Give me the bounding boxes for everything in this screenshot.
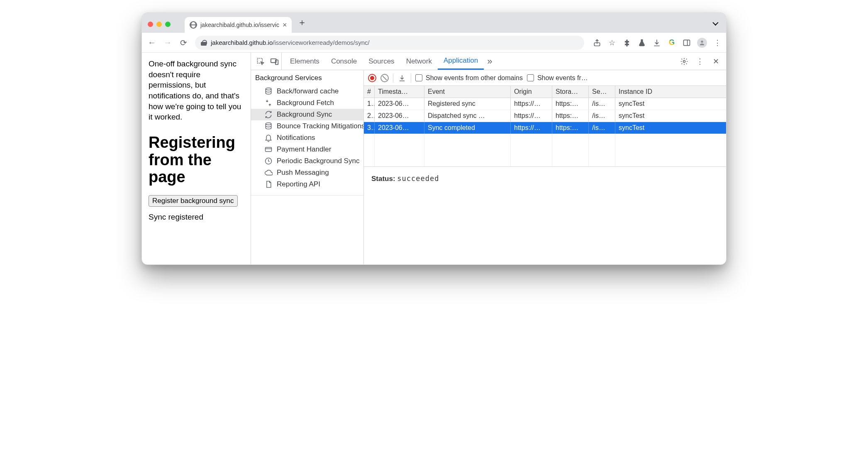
globe-icon bbox=[190, 21, 197, 29]
back-button[interactable]: ← bbox=[146, 38, 158, 47]
clock-icon bbox=[264, 157, 273, 165]
col-event[interactable]: Event bbox=[424, 86, 511, 98]
intro-text: One-off background sync doesn't require … bbox=[149, 59, 244, 122]
sidebar-item-periodic-background-sync[interactable]: Periodic Background Sync bbox=[251, 155, 363, 167]
tab-strip: jakearchibald.github.io/isservic × ＋ bbox=[142, 13, 726, 33]
events-table: # Timesta… Event Origin Stora… Se… Insta… bbox=[364, 86, 726, 167]
svg-rect-1 bbox=[684, 40, 690, 45]
save-events-icon[interactable] bbox=[397, 73, 407, 83]
devtools-tab-application[interactable]: Application bbox=[438, 53, 484, 70]
sidebar-item-notifications[interactable]: Notifications bbox=[251, 132, 363, 144]
file-icon bbox=[264, 180, 273, 188]
browser-window: jakearchibald.github.io/isservic × ＋ ← →… bbox=[141, 12, 727, 265]
col-timestamp[interactable]: Timesta… bbox=[375, 86, 424, 98]
show-events-checkbox-2[interactable]: Show events fr… bbox=[527, 74, 588, 82]
browser-tab[interactable]: jakearchibald.github.io/isservic × bbox=[185, 17, 292, 33]
show-other-domains-checkbox[interactable]: Show events from other domains bbox=[415, 74, 523, 82]
database-icon bbox=[264, 122, 273, 130]
tab-close-button[interactable]: × bbox=[283, 21, 287, 29]
maximize-window-button[interactable] bbox=[165, 22, 171, 27]
devtools-close-icon[interactable]: ✕ bbox=[708, 57, 724, 66]
svg-point-7 bbox=[683, 60, 685, 62]
record-icon[interactable] bbox=[368, 74, 376, 82]
devtools-tab-network[interactable]: Network bbox=[400, 53, 438, 70]
extensions-icon[interactable] bbox=[622, 38, 631, 47]
svg-rect-4 bbox=[258, 58, 263, 63]
status-label: Status: bbox=[371, 175, 395, 183]
table-row[interactable]: 2.2023-06…Dispatched sync …https://…http… bbox=[364, 110, 726, 122]
labs-icon[interactable] bbox=[637, 38, 646, 47]
col-storage[interactable]: Stora… bbox=[552, 86, 589, 98]
url-text: jakearchibald.github.io/isserviceworkerr… bbox=[211, 39, 370, 46]
sidebar-item-background-sync[interactable]: Background Sync bbox=[251, 109, 363, 120]
sidebar-group-title: Background Services bbox=[251, 70, 363, 86]
col-instance[interactable]: Instance ID bbox=[615, 86, 726, 98]
sidebar-item-reporting-api[interactable]: Reporting API bbox=[251, 179, 363, 190]
cloud-icon bbox=[264, 169, 273, 177]
minimize-window-button[interactable] bbox=[156, 22, 162, 27]
page-heading: Registering from the page bbox=[149, 134, 244, 186]
empty-rows bbox=[364, 134, 726, 166]
webpage-pane: One-off background sync doesn't require … bbox=[142, 53, 251, 264]
sidebar-item-background-fetch[interactable]: Background Fetch bbox=[251, 97, 363, 109]
google-account-icon[interactable]: G bbox=[667, 38, 676, 47]
col-scope[interactable]: Se… bbox=[589, 86, 615, 98]
toolbar-right: ☆ G ⋮ bbox=[592, 38, 722, 48]
separator bbox=[393, 73, 393, 83]
application-sidebar: Background Services Back/forward cacheBa… bbox=[251, 70, 364, 264]
events-toolbar: Show events from other domains Show even… bbox=[364, 70, 726, 86]
close-window-button[interactable] bbox=[148, 22, 153, 27]
card-icon bbox=[264, 145, 273, 154]
share-icon[interactable] bbox=[592, 38, 602, 47]
col-origin[interactable]: Origin bbox=[511, 86, 552, 98]
bell-icon bbox=[264, 134, 273, 142]
devtools-kebab-icon[interactable]: ⋮ bbox=[692, 57, 708, 66]
tab-title: jakearchibald.github.io/isservic bbox=[200, 22, 279, 28]
svg-point-3 bbox=[701, 40, 703, 42]
window-controls bbox=[148, 22, 171, 27]
reload-button[interactable]: ⟳ bbox=[178, 38, 189, 48]
devtools-tab-sources[interactable]: Sources bbox=[363, 53, 400, 70]
fetch-icon bbox=[264, 99, 273, 107]
sidebar-item-push-messaging[interactable]: Push Messaging bbox=[251, 167, 363, 179]
profile-avatar[interactable] bbox=[697, 38, 707, 48]
inspect-element-icon[interactable] bbox=[254, 53, 268, 70]
devtools-body: Background Services Back/forward cacheBa… bbox=[251, 70, 726, 264]
downloads-icon[interactable] bbox=[652, 38, 661, 47]
svg-point-8 bbox=[266, 88, 271, 90]
table-row[interactable]: 1.2023-06…Registered synchttps://…https:… bbox=[364, 98, 726, 110]
devtools-tab-elements[interactable]: Elements bbox=[284, 53, 325, 70]
tabs-menu-button[interactable] bbox=[713, 20, 717, 27]
bookmark-star-icon[interactable]: ☆ bbox=[607, 38, 617, 47]
clear-icon[interactable] bbox=[380, 74, 389, 82]
devtools-tab-console[interactable]: Console bbox=[325, 53, 363, 70]
settings-gear-icon[interactable] bbox=[676, 57, 692, 66]
status-value: succeeded bbox=[397, 174, 439, 183]
sidebar-divider bbox=[251, 195, 363, 264]
toolbar: ← → ⟳ jakearchibald.github.io/isservicew… bbox=[142, 33, 726, 53]
checkbox-icon bbox=[527, 74, 534, 81]
checkbox-icon bbox=[415, 74, 422, 81]
new-tab-button[interactable]: ＋ bbox=[297, 16, 307, 29]
database-icon bbox=[264, 87, 273, 95]
forward-button: → bbox=[162, 38, 173, 47]
separator bbox=[411, 73, 411, 83]
kebab-menu-icon[interactable]: ⋮ bbox=[713, 38, 722, 47]
device-toolbar-icon[interactable] bbox=[268, 53, 282, 70]
table-row[interactable]: 3.2023-06…Sync completedhttps://…https:…… bbox=[364, 122, 726, 134]
more-tabs-button[interactable]: » bbox=[484, 53, 495, 70]
sidebar-item-bounce-tracking-mitigations[interactable]: Bounce Tracking Mitigations bbox=[251, 120, 363, 132]
lock-icon bbox=[201, 40, 207, 46]
page-status-text: Sync registered bbox=[149, 213, 244, 222]
side-panel-icon[interactable] bbox=[682, 38, 691, 47]
content-area: One-off background sync doesn't require … bbox=[142, 53, 726, 264]
sidebar-item-payment-handler[interactable]: Payment Handler bbox=[251, 144, 363, 155]
col-index[interactable]: # bbox=[364, 86, 375, 98]
event-detail: Status: succeeded bbox=[364, 167, 726, 191]
devtools-pane: ElementsConsoleSourcesNetworkApplication… bbox=[251, 53, 726, 264]
register-sync-button[interactable]: Register background sync bbox=[149, 195, 238, 207]
svg-point-9 bbox=[266, 123, 271, 125]
address-bar[interactable]: jakearchibald.github.io/isserviceworkerr… bbox=[195, 36, 584, 50]
events-panel: Show events from other domains Show even… bbox=[364, 70, 726, 264]
sidebar-item-back-forward-cache[interactable]: Back/forward cache bbox=[251, 86, 363, 97]
